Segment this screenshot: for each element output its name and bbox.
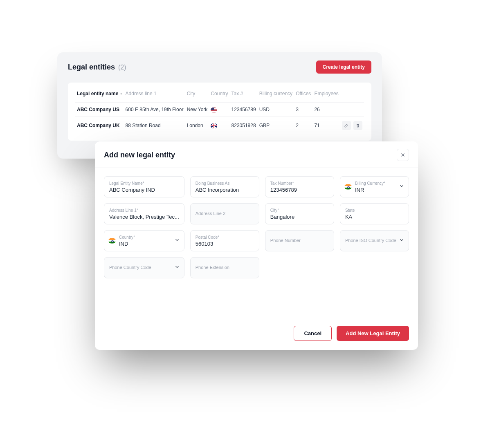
- cell-name: ABC Company UK: [75, 117, 124, 134]
- field-label: State: [345, 208, 404, 213]
- address-line-2-field[interactable]: Address Line 2: [190, 203, 259, 224]
- field-label: Country*: [119, 235, 179, 240]
- field-label: Phone Number: [270, 238, 329, 243]
- billing-currency-select[interactable]: Billing Currency* INR: [340, 176, 409, 197]
- col-country[interactable]: Country: [209, 87, 229, 103]
- field-value: 123456789: [270, 187, 329, 193]
- field-value: IND: [119, 241, 179, 247]
- state-field[interactable]: State KA: [340, 203, 409, 224]
- chevron-down-icon: [174, 264, 180, 271]
- chevron-down-icon: [399, 183, 405, 190]
- add-legal-entity-button[interactable]: Add New Legal Entity: [337, 326, 409, 341]
- field-label: Address Line 2: [196, 211, 254, 216]
- field-label: Phone ISO Country Code: [345, 238, 404, 243]
- cell-offices: 3: [294, 103, 312, 117]
- phone-number-field[interactable]: Phone Number: [265, 230, 334, 251]
- tax-number-field[interactable]: Tax Number* 123456789: [265, 176, 334, 197]
- cell-employees: 71: [312, 117, 340, 134]
- field-label: Tax Number*: [270, 181, 329, 186]
- field-label: Billing Currency*: [355, 181, 404, 186]
- col-offices[interactable]: Offices: [294, 87, 312, 103]
- field-value: ABC Company IND: [109, 187, 179, 193]
- legal-entities-table: Legal entity name↑ Address line 1 City C…: [75, 87, 364, 134]
- cell-country: [209, 117, 229, 134]
- cell-name: ABC Company US: [75, 103, 124, 117]
- col-legal-entity-name[interactable]: Legal entity name↑: [75, 87, 124, 103]
- modal-title: Add new legal entity: [104, 151, 175, 159]
- city-field[interactable]: City* Bangalore: [265, 203, 334, 224]
- legal-entities-title: Legal entities: [68, 63, 115, 72]
- page-title: Legal entities (2): [68, 63, 126, 72]
- field-value: INR: [355, 187, 404, 193]
- legal-entities-table-panel: Legal entity name↑ Address line 1 City C…: [68, 83, 371, 141]
- legal-entities-count: (2): [118, 64, 126, 71]
- field-value: ABC Incorporation: [196, 187, 254, 193]
- cell-currency: GBP: [258, 117, 294, 134]
- field-label: Doing Business As: [196, 181, 254, 186]
- cell-country: [209, 103, 229, 117]
- col-address1[interactable]: Address line 1: [124, 87, 185, 103]
- sort-ascending-icon: ↑: [120, 92, 122, 96]
- cell-tax: 123456789: [230, 103, 258, 117]
- flag-us-icon: [211, 108, 217, 112]
- close-modal-button[interactable]: [397, 149, 409, 161]
- field-label: Phone Country Code: [109, 265, 179, 270]
- table-row[interactable]: ABC Company UK 88 Station Road London 82…: [75, 117, 364, 134]
- col-billing-currency[interactable]: Billing currency: [258, 87, 294, 103]
- cell-tax: 823051928: [230, 117, 258, 134]
- legal-entity-name-field[interactable]: Legal Entity Name* ABC Company IND: [104, 176, 184, 197]
- cell-addr1: 88 Station Road: [124, 117, 185, 134]
- postal-code-field[interactable]: Postal Code* 560103: [190, 230, 259, 251]
- field-label: Postal Code*: [196, 235, 254, 240]
- phone-country-code-select[interactable]: Phone Country Code: [104, 257, 184, 278]
- col-employees[interactable]: Employees: [312, 87, 340, 103]
- dba-field[interactable]: Doing Business As ABC Incorporation: [190, 176, 259, 197]
- field-label: City*: [270, 208, 329, 213]
- cell-city: London: [185, 117, 209, 134]
- cell-addr1: 600 E 85th Ave, 19th Floor: [124, 103, 185, 117]
- field-value: 560103: [196, 241, 254, 247]
- field-value: Valence Block, Prestige Tec...: [109, 214, 179, 220]
- cell-currency: USD: [258, 103, 294, 117]
- col-tax[interactable]: Tax #: [230, 87, 258, 103]
- cell-city: New York: [185, 103, 209, 117]
- field-label: Legal Entity Name*: [109, 181, 179, 186]
- table-row[interactable]: ABC Company US 600 E 85th Ave, 19th Floo…: [75, 103, 364, 117]
- country-select[interactable]: Country* IND: [104, 230, 184, 251]
- delete-row-button[interactable]: [353, 121, 362, 130]
- field-value: Bangalore: [270, 214, 329, 220]
- close-icon: [400, 152, 406, 158]
- field-value: KA: [345, 214, 404, 220]
- edit-icon: [344, 123, 349, 128]
- address-line-1-field[interactable]: Address Line 1* Valence Block, Prestige …: [104, 203, 184, 224]
- field-label: Address Line 1*: [109, 208, 179, 213]
- create-legal-entity-button[interactable]: Create legal entity: [316, 60, 371, 74]
- flag-uk-icon: [211, 123, 217, 128]
- cell-offices: 2: [294, 117, 312, 134]
- cell-employees: 26: [312, 103, 340, 117]
- col-city[interactable]: City: [185, 87, 209, 103]
- phone-iso-country-code-select[interactable]: Phone ISO Country Code: [340, 230, 409, 251]
- chevron-down-icon: [174, 237, 180, 244]
- add-legal-entity-modal: Add new legal entity Legal Entity Name* …: [95, 141, 418, 350]
- trash-icon: [355, 123, 360, 128]
- cancel-button[interactable]: Cancel: [294, 326, 332, 341]
- chevron-down-icon: [399, 237, 405, 244]
- field-label: Phone Extension: [196, 265, 254, 270]
- flag-in-icon: [108, 238, 116, 244]
- edit-row-button[interactable]: [342, 121, 351, 130]
- flag-in-icon: [344, 184, 352, 190]
- phone-extension-field[interactable]: Phone Extension: [190, 257, 259, 278]
